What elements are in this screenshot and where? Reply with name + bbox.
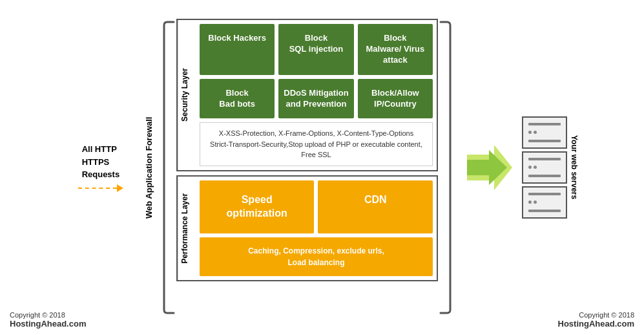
server-dot-6	[534, 200, 537, 204]
server-dot-2	[534, 131, 537, 134]
server-unit-2	[522, 151, 567, 184]
bracket-right-svg	[439, 19, 452, 316]
cdn-box: CDN	[318, 180, 433, 233]
ddos-box: DDoS Mitigationand Prevention	[278, 79, 353, 119]
server-dot-row-3	[528, 200, 561, 204]
orange-grid: Speedoptimization CDN	[200, 180, 433, 233]
waf-content: Security Layer Block Hackers BlockSQL in…	[176, 19, 438, 316]
waf-bracket-right	[439, 19, 452, 316]
server-line-3	[528, 158, 561, 160]
server-line-2	[528, 140, 561, 142]
block-malware-box: BlockMalware/ Virusattack	[358, 24, 433, 75]
server-dot-5	[528, 200, 532, 204]
copyright-right-line2: HostingAhead.com	[558, 319, 634, 329]
server-dot-3	[528, 166, 532, 169]
server-label: Your web servers	[570, 135, 579, 199]
security-inner: Block Hackers BlockSQL injection BlockMa…	[196, 20, 437, 170]
copyright-right-line1: Copyright © 2018	[558, 311, 634, 319]
dashed-arrow	[78, 188, 117, 189]
big-arrow-icon	[467, 142, 512, 193]
middle-arrow	[467, 142, 512, 193]
server-dot-row-2	[528, 166, 561, 169]
security-footer: X-XSS-Protection, X-Frame-Options, X-Con…	[200, 122, 433, 166]
security-label: Security Layer	[178, 20, 196, 170]
block-hackers-box: Block Hackers	[200, 24, 275, 75]
arrow-head-icon	[117, 184, 123, 192]
server-boxes	[522, 116, 567, 219]
copyright-left-line2: HostingAhead.com	[10, 319, 86, 329]
performance-label: Performance Layer	[178, 177, 196, 280]
copyright-right: Copyright © 2018 HostingAhead.com	[558, 311, 634, 329]
speed-optimization-box: Speedoptimization	[200, 180, 315, 233]
block-sql-box: BlockSQL injection	[278, 24, 353, 75]
performance-inner: Speedoptimization CDN Caching, Compressi…	[196, 177, 437, 280]
green-grid: Block Hackers BlockSQL injection BlockMa…	[200, 24, 433, 118]
performance-section: Performance Layer Speedoptimization CDN …	[176, 175, 438, 281]
server-line-1	[528, 123, 561, 125]
arrow-container	[78, 184, 123, 192]
server-wrapper: Your web servers	[522, 116, 579, 219]
copyright-left: Copyright © 2018 HostingAhead.com	[10, 311, 86, 329]
server-dot-4	[534, 166, 537, 169]
block-ip-box: Block/AllowIP/Country	[358, 79, 433, 119]
server-line-6	[528, 210, 561, 212]
http-label: All HTTP HTTPS Requests	[82, 143, 120, 181]
security-section: Security Layer Block Hackers BlockSQL in…	[176, 19, 438, 171]
bracket-svg	[162, 19, 175, 316]
server-unit-3	[522, 186, 567, 219]
waf-label: Web Application Forewall	[143, 19, 162, 316]
waf-wrapper: Web Application Forewall Security Layer …	[143, 19, 452, 316]
main-container: All HTTP HTTPS Requests Web Application …	[0, 0, 644, 335]
server-dot-1	[528, 131, 532, 134]
performance-footer: Caching, Compression, exclude urls, Load…	[200, 237, 433, 276]
left-section: All HTTP HTTPS Requests	[65, 143, 136, 192]
block-bots-box: BlockBad bots	[200, 79, 275, 119]
server-line-5	[528, 193, 561, 195]
server-unit-1	[522, 116, 567, 149]
server-dot-row-1	[528, 131, 561, 134]
waf-bracket	[162, 19, 175, 316]
server-line-4	[528, 175, 561, 177]
copyright-left-line1: Copyright © 2018	[10, 311, 86, 319]
